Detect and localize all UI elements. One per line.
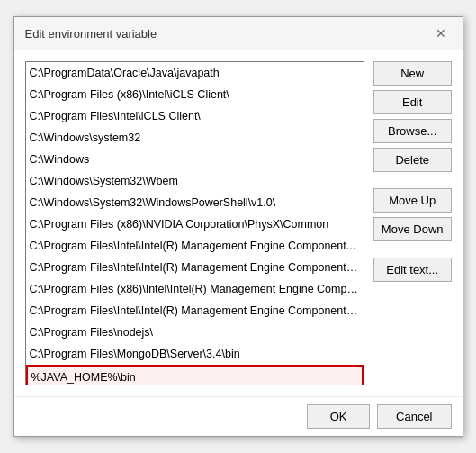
close-button[interactable]: ✕: [430, 24, 452, 42]
delete-button[interactable]: Delete: [373, 148, 452, 172]
edit-text-button[interactable]: Edit text...: [373, 258, 452, 282]
move-up-button[interactable]: Move Up: [373, 188, 452, 213]
env-variable-list[interactable]: C:\ProgramData\Oracle\Java\javapathC:\Pr…: [25, 61, 364, 385]
dialog-title: Edit environment variable: [25, 27, 157, 41]
list-item[interactable]: C:\Windows\system32: [26, 127, 364, 149]
ok-button[interactable]: OK: [307, 404, 370, 429]
cancel-button[interactable]: Cancel: [377, 404, 451, 429]
list-item[interactable]: C:\Program Files\Intel\Intel(R) Manageme…: [26, 300, 364, 322]
list-item[interactable]: C:\Program Files (x86)\NVIDIA Corporatio…: [26, 213, 364, 235]
list-item[interactable]: C:\Program Files\MongoDB\Server\3.4\bin: [26, 343, 364, 365]
buttons-panel: New Edit Browse... Delete Move Up Move D…: [373, 61, 452, 385]
list-item[interactable]: %JAVA_HOME%\bin: [28, 367, 362, 385]
list-item[interactable]: C:\Program Files\Intel\Intel(R) Manageme…: [26, 235, 364, 257]
title-bar: Edit environment variable ✕: [14, 17, 463, 50]
list-item[interactable]: C:\Windows\System32\WindowsPowerShell\v1…: [26, 192, 364, 213]
edit-env-variable-dialog: Edit environment variable ✕ C:\ProgramDa…: [13, 16, 463, 437]
dialog-footer: OK Cancel: [14, 396, 463, 436]
list-item[interactable]: C:\Program Files\nodejs\: [26, 322, 364, 343]
list-item[interactable]: C:\Program Files (x86)\Intel\Intel(R) Ma…: [26, 278, 364, 300]
browse-button[interactable]: Browse...: [373, 119, 452, 143]
edit-button[interactable]: Edit: [373, 90, 452, 114]
move-down-button[interactable]: Move Down: [373, 217, 452, 241]
list-item[interactable]: C:\Program Files\Intel\iCLS Client\: [26, 105, 364, 127]
button-spacer: [373, 177, 452, 184]
new-button[interactable]: New: [373, 61, 452, 86]
list-item[interactable]: C:\Program Files (x86)\Intel\iCLS Client…: [26, 84, 364, 105]
dialog-content: C:\ProgramData\Oracle\Java\javapathC:\Pr…: [14, 50, 463, 396]
button-spacer-2: [373, 246, 452, 253]
list-item[interactable]: C:\ProgramData\Oracle\Java\javapath: [26, 62, 364, 84]
highlighted-group: %JAVA_HOME%\bin%JAVA_HOME%\jre\bin: [26, 365, 364, 385]
list-item[interactable]: C:\Windows\System32\Wbem: [26, 170, 364, 192]
list-item[interactable]: C:\Windows: [26, 149, 364, 170]
list-item[interactable]: C:\Program Files\Intel\Intel(R) Manageme…: [26, 257, 364, 278]
